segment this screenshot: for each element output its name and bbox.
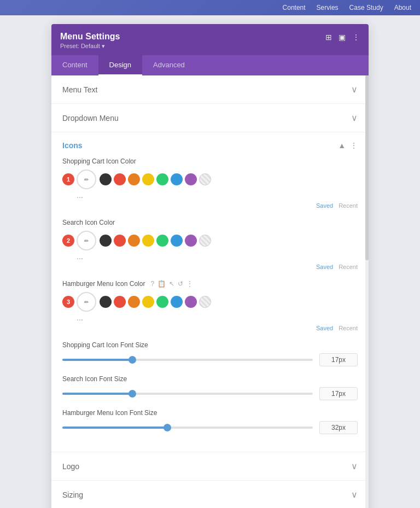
hamburger-swatches [100,296,358,308]
hamburger-badge: 3 [62,296,74,308]
swatch-yellow-3[interactable] [142,296,154,308]
edit-icon-2: ✏ [84,238,89,244]
tab-content[interactable]: Content [51,55,98,75]
swatch-orange-3[interactable] [128,296,140,308]
tab-advanced[interactable]: Advanced [142,55,196,75]
swatch-purple-2[interactable] [185,235,197,247]
logo-chevron: ∨ [351,461,358,471]
search-active-swatch[interactable]: ✏ [77,231,96,250]
shopping-cart-recent[interactable]: Recent [339,202,358,209]
search-badge: 2 [62,235,74,247]
hamburger-cursor-icon[interactable]: ↖ [169,280,174,288]
shopping-cart-color-row: 1 ✏ [62,170,358,189]
nav-home[interactable]: Content [283,4,306,11]
swatch-purple-3[interactable] [185,296,197,308]
swatch-transparent-2[interactable] [199,235,211,247]
swatch-green[interactable] [156,173,168,185]
hamburger-more-icon[interactable]: ⋮ [186,280,193,288]
search-font-size-fill [62,393,132,395]
search-font-size-value[interactable]: 17px [319,387,358,400]
swatch-transparent-3[interactable] [199,296,211,308]
shopping-cart-color-label: Shopping Cart Icon Color [62,157,358,165]
swatch-green-3[interactable] [156,296,168,308]
cart-font-size-thumb[interactable] [129,356,136,364]
nav-case-study[interactable]: Case Study [349,4,383,11]
fullscreen-icon[interactable]: ⊞ [325,33,332,42]
search-saved[interactable]: Saved [316,264,333,270]
nav-services[interactable]: Servies [317,4,339,11]
icons-collapse-icon[interactable]: ▲ [338,141,346,150]
cart-font-size-track[interactable] [62,359,313,361]
swatch-blue[interactable] [171,173,183,185]
panel-header-info: Menu Settings Preset: Default ▾ [60,32,120,50]
menu-text-chevron: ∨ [351,84,358,95]
search-font-size-row: 17px [62,387,358,400]
hamburger-recent[interactable]: Recent [339,325,358,331]
search-color-setting: Search Icon Color 2 ✏ [62,219,358,270]
sizing-section[interactable]: Sizing ∨ [51,481,369,508]
swatch-red-2[interactable] [114,235,126,247]
swatch-red-3[interactable] [114,296,126,308]
icons-section-title: Icons [62,141,83,150]
panel-wrapper: Menu Settings Preset: Default ▾ ⊞ ▣ ⋮ Co… [0,15,420,508]
hamburger-more-dots[interactable]: ··· [77,315,83,324]
menu-text-section[interactable]: Menu Text ∨ [51,75,369,104]
scrollbar[interactable] [365,75,369,508]
hamburger-font-size-track[interactable] [62,427,313,429]
shopping-cart-color-setting: Shopping Cart Icon Color 1 ✏ [62,157,358,209]
swatch-orange[interactable] [128,173,140,185]
sizing-chevron: ∨ [351,489,358,500]
hamburger-font-size-setting: Hamburger Menu Icon Font Size 32px [62,409,358,434]
scroll-thumb[interactable] [365,75,369,260]
search-swatches [100,235,358,247]
panel-header-actions: ⊞ ▣ ⋮ [325,33,360,42]
swatch-transparent[interactable] [199,173,211,185]
icons-section-header: Icons ▲ ⋮ [62,141,358,150]
hamburger-copy-icon[interactable]: 📋 [158,280,166,288]
dropdown-menu-section[interactable]: Dropdown Menu ∨ [51,104,369,132]
nav-about[interactable]: About [394,4,411,11]
swatch-yellow-2[interactable] [142,235,154,247]
shopping-cart-more-dots[interactable]: ··· [77,192,83,201]
logo-section[interactable]: Logo ∨ [51,452,369,481]
search-more-dots[interactable]: ··· [77,254,83,262]
tab-design[interactable]: Design [98,55,142,75]
settings-panel: Menu Settings Preset: Default ▾ ⊞ ▣ ⋮ Co… [51,24,369,508]
shopping-cart-saved[interactable]: Saved [316,202,333,209]
shopping-cart-active-swatch[interactable]: ✏ [77,170,96,189]
icons-more-icon[interactable]: ⋮ [350,141,358,150]
swatch-green-2[interactable] [156,235,168,247]
hamburger-font-size-value[interactable]: 32px [319,421,358,434]
swatch-red[interactable] [114,173,126,185]
swatch-blue-2[interactable] [171,235,183,247]
cart-font-size-label: Shopping Cart Icon Font Size [62,341,358,349]
swatch-orange-2[interactable] [128,235,140,247]
content-area: Menu Text ∨ Dropdown Menu ∨ Icons ▲ ⋮ [51,75,369,508]
search-color-label: Search Icon Color [62,219,358,226]
swatch-purple[interactable] [185,173,197,185]
hamburger-help-icon[interactable]: ? [150,280,154,288]
search-recent[interactable]: Recent [339,264,358,270]
swatch-blue-3[interactable] [171,296,183,308]
shopping-cart-swatches [100,173,358,185]
dropdown-menu-chevron: ∨ [351,113,358,123]
swatch-yellow[interactable] [142,173,154,185]
hamburger-color-row: 3 ✏ [62,292,358,312]
hamburger-saved[interactable]: Saved [316,325,333,331]
cart-font-size-value[interactable]: 17px [319,353,358,366]
search-font-size-track[interactable] [62,393,313,395]
swatch-black-2[interactable] [100,235,112,247]
hamburger-font-size-thumb[interactable] [164,424,171,431]
split-icon[interactable]: ▣ [339,33,346,42]
hamburger-active-swatch[interactable]: ✏ [77,292,96,312]
swatch-black[interactable] [100,173,112,185]
edit-icon: ✏ [84,177,89,183]
panel-subtitle[interactable]: Preset: Default ▾ [60,43,120,50]
search-font-size-setting: Search Icon Font Size 17px [62,375,358,400]
icons-section: Icons ▲ ⋮ Shopping Cart Icon Color 1 ✏ [51,132,369,452]
tab-bar: Content Design Advanced [51,55,369,75]
search-font-size-thumb[interactable] [129,390,136,398]
hamburger-reset-icon[interactable]: ↺ [178,280,183,288]
more-options-icon[interactable]: ⋮ [352,33,360,42]
swatch-black-3[interactable] [100,296,112,308]
